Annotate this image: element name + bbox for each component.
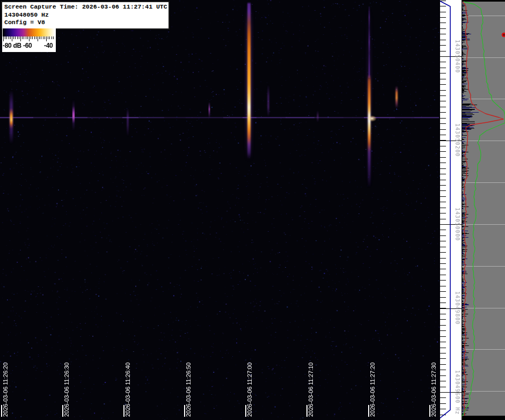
freq-label: 143049600 Hz	[455, 370, 460, 415]
time-label: 2026-03-06 11:26:30	[63, 363, 70, 417]
waterfall-spectrogram-canvas	[0, 0, 440, 420]
time-label: 2026-03-06 11:27:00	[246, 363, 253, 417]
frequency-line: 143048050 Hz	[4, 11, 167, 19]
freq-label: 143050000	[455, 208, 460, 241]
db-color-legend: -80 dB -60 -40	[2, 28, 56, 52]
freq-label: 143050200	[455, 123, 460, 157]
spectrogram-screen-capture: Screen Capture Time: 2026-03-06 11:27:41…	[0, 0, 505, 420]
freq-label: 143050400	[455, 40, 460, 73]
time-label: 2026-03-06 11:26:40	[125, 363, 131, 417]
freq-label: 143049800	[455, 291, 460, 325]
time-label: 2026-03-06 11:27:10	[308, 363, 314, 417]
spectrum-plot-canvas	[462, 0, 505, 420]
time-label: 2026-03-06 11:26:20	[2, 363, 9, 417]
config-line: Config = V8	[4, 19, 167, 27]
db-colorbar-gradient	[3, 28, 55, 36]
db-scale-ticks	[2, 36, 56, 42]
capture-info-box: Screen Capture Time: 2026-03-06 11:27:41…	[1, 1, 170, 30]
db-label-80: -80 dB	[3, 42, 21, 49]
time-label: 2026-03-06 11:27:30	[430, 363, 437, 417]
time-label: 2026-03-06 11:27:20	[369, 363, 376, 417]
db-label-60: -60	[23, 42, 32, 49]
capture-time-line: Screen Capture Time: 2026-03-06 11:27:41…	[4, 3, 167, 11]
db-label-40: -40	[44, 42, 53, 49]
time-label: 2026-03-06 11:26:50	[185, 363, 192, 417]
